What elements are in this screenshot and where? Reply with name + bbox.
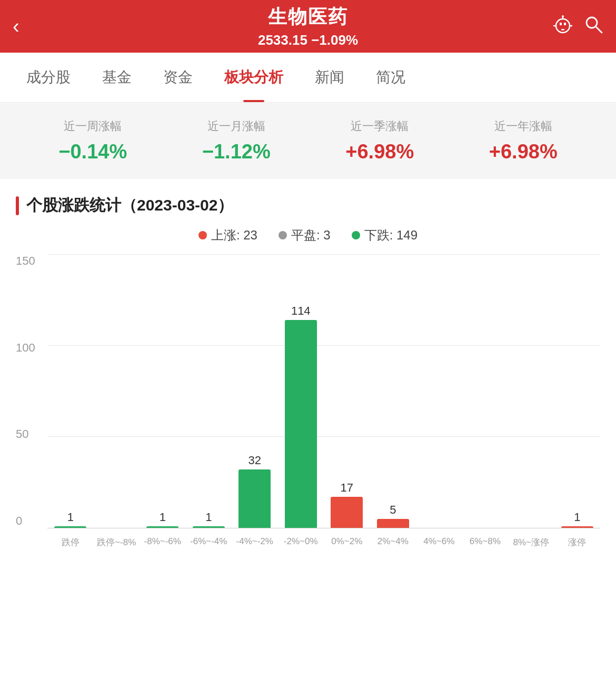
stat-year-label: 近一年涨幅 bbox=[489, 118, 558, 134]
bar-col-2: 1 bbox=[140, 254, 186, 528]
x-label-2: -8%~-6% bbox=[140, 532, 186, 548]
stat-week-label: 近一周涨幅 bbox=[58, 118, 127, 134]
x-label-10: 8%~涨停 bbox=[508, 532, 554, 548]
chart-container: 150 100 50 0 111321141751 跌停跌停~-8%-8%~-6… bbox=[0, 254, 616, 569]
robot-icon[interactable] bbox=[553, 14, 573, 38]
x-label-0: 跌停 bbox=[47, 532, 94, 548]
bar-col-1 bbox=[94, 254, 140, 528]
bar-value-4: 32 bbox=[249, 454, 261, 467]
header-center: 生物医药 2533.15 −1.09% bbox=[258, 4, 358, 48]
bar-col-4: 32 bbox=[232, 254, 278, 528]
legend-up-label: 上涨: 23 bbox=[211, 227, 257, 244]
svg-rect-3 bbox=[561, 29, 564, 31]
bar-col-5: 114 bbox=[278, 254, 324, 528]
bar-col-9 bbox=[462, 254, 509, 528]
x-label-6: 0%~2% bbox=[324, 532, 370, 548]
header-icons bbox=[553, 14, 603, 38]
tab-jiankuang[interactable]: 简况 bbox=[360, 53, 421, 102]
legend-dot-flat bbox=[279, 231, 287, 239]
legend-dot-up bbox=[198, 231, 207, 239]
tab-xinwen[interactable]: 新闻 bbox=[299, 53, 360, 102]
tabs-bar: 成分股 基金 资金 板块分析 新闻 简况 bbox=[0, 53, 616, 103]
search-icon[interactable] bbox=[583, 14, 603, 38]
bar-value-6: 17 bbox=[341, 481, 353, 495]
svg-point-0 bbox=[556, 19, 570, 33]
bar-rect-5 bbox=[285, 320, 317, 528]
x-label-7: 2%~4% bbox=[370, 532, 416, 548]
chart-legend: 上涨: 23 平盘: 3 下跌: 149 bbox=[0, 222, 616, 254]
svg-rect-2 bbox=[564, 23, 566, 25]
bar-value-11: 1 bbox=[574, 510, 580, 524]
bar-rect-2 bbox=[146, 526, 178, 528]
x-label-11: 涨停 bbox=[554, 532, 601, 548]
legend-flat-label: 平盘: 3 bbox=[291, 227, 331, 244]
stat-quarter-label: 近一季涨幅 bbox=[345, 118, 414, 134]
bar-rect-11 bbox=[561, 526, 593, 528]
back-button[interactable]: ‹ bbox=[13, 16, 19, 36]
y-label-100: 100 bbox=[16, 341, 47, 355]
bar-rect-4 bbox=[239, 469, 271, 528]
tab-bankuai[interactable]: 板块分析 bbox=[208, 53, 299, 102]
stat-week-value: −0.14% bbox=[58, 141, 127, 163]
legend-flat: 平盘: 3 bbox=[279, 227, 331, 244]
legend-dot-down bbox=[352, 231, 360, 239]
bar-col-0: 1 bbox=[47, 254, 94, 528]
bar-rect-7 bbox=[377, 519, 409, 528]
svg-rect-1 bbox=[560, 23, 562, 25]
stat-quarter-value: +6.98% bbox=[345, 141, 414, 163]
legend-down-label: 下跌: 149 bbox=[364, 227, 418, 244]
y-label-150: 150 bbox=[16, 254, 47, 268]
x-label-5: -2%~0% bbox=[278, 532, 324, 548]
page-title: 生物医药 bbox=[258, 4, 358, 30]
tab-jijin[interactable]: 基金 bbox=[86, 53, 147, 102]
section-title: 个股涨跌统计（2023-03-02） bbox=[0, 179, 616, 222]
legend-up: 上涨: 23 bbox=[198, 227, 257, 244]
y-label-50: 50 bbox=[16, 427, 47, 441]
bar-value-3: 1 bbox=[205, 510, 212, 524]
x-label-1: 跌停~-8% bbox=[94, 532, 140, 548]
tab-zijin[interactable]: 资金 bbox=[147, 53, 208, 102]
stat-year: 近一年涨幅 +6.98% bbox=[489, 118, 558, 163]
stats-section: 近一周涨幅 −0.14% 近一月涨幅 −1.12% 近一季涨幅 +6.98% 近… bbox=[0, 103, 616, 179]
bar-col-3: 1 bbox=[186, 254, 232, 528]
bar-col-6: 17 bbox=[324, 254, 370, 528]
x-label-8: 4%~6% bbox=[416, 532, 462, 548]
x-label-9: 6%~8% bbox=[462, 532, 509, 548]
stat-month-value: −1.12% bbox=[202, 141, 271, 163]
header: ‹ 生物医药 2533.15 −1.09% bbox=[0, 0, 616, 53]
svg-point-5 bbox=[562, 15, 564, 17]
bar-col-8 bbox=[416, 254, 462, 528]
bar-value-2: 1 bbox=[160, 510, 166, 524]
header-subtitle: 2533.15 −1.09% bbox=[258, 32, 358, 48]
stat-year-value: +6.98% bbox=[489, 141, 558, 163]
bar-col-7: 5 bbox=[370, 254, 416, 528]
svg-line-9 bbox=[595, 26, 602, 33]
stat-week: 近一周涨幅 −0.14% bbox=[58, 118, 127, 163]
legend-down: 下跌: 149 bbox=[352, 227, 418, 244]
stat-month-label: 近一月涨幅 bbox=[202, 118, 271, 134]
tab-chenfen[interactable]: 成分股 bbox=[11, 53, 86, 102]
stat-quarter: 近一季涨幅 +6.98% bbox=[345, 118, 414, 163]
bar-value-7: 5 bbox=[390, 503, 396, 517]
x-label-4: -4%~-2% bbox=[232, 532, 278, 548]
bar-col-11: 1 bbox=[554, 254, 601, 528]
bar-value-5: 114 bbox=[291, 304, 311, 318]
x-label-3: -6%~-4% bbox=[186, 532, 232, 548]
bar-col-10 bbox=[508, 254, 554, 528]
bar-rect-6 bbox=[331, 497, 363, 528]
bar-rect-3 bbox=[193, 526, 225, 528]
bar-rect-0 bbox=[54, 526, 86, 528]
y-label-0: 0 bbox=[16, 514, 47, 528]
bar-value-0: 1 bbox=[67, 510, 74, 524]
stat-month: 近一月涨幅 −1.12% bbox=[202, 118, 271, 163]
